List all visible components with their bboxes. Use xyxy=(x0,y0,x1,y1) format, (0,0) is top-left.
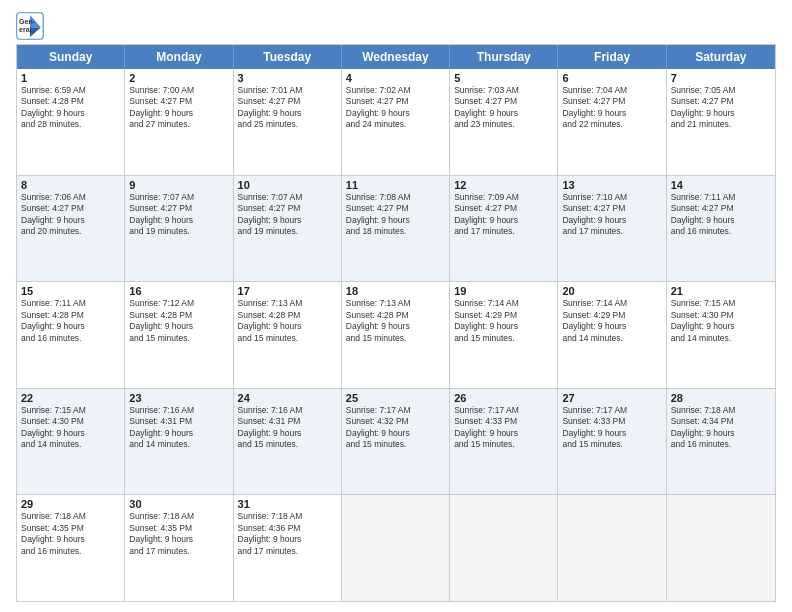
cell-details: Sunrise: 7:03 AMSunset: 4:27 PMDaylight:… xyxy=(454,85,553,131)
day-number: 12 xyxy=(454,179,553,191)
day-number: 27 xyxy=(562,392,661,404)
day-number: 5 xyxy=(454,72,553,84)
day-number: 18 xyxy=(346,285,445,297)
calendar-cell: 2Sunrise: 7:00 AMSunset: 4:27 PMDaylight… xyxy=(125,69,233,175)
cell-details: Sunrise: 7:11 AMSunset: 4:28 PMDaylight:… xyxy=(21,298,120,344)
page: Gen- eral SundayMondayTuesdayWednesdayTh… xyxy=(0,0,792,612)
calendar-cell: 28Sunrise: 7:18 AMSunset: 4:34 PMDayligh… xyxy=(667,389,775,495)
cell-details: Sunrise: 7:13 AMSunset: 4:28 PMDaylight:… xyxy=(238,298,337,344)
calendar-cell: 31Sunrise: 7:18 AMSunset: 4:36 PMDayligh… xyxy=(234,495,342,601)
cell-details: Sunrise: 7:14 AMSunset: 4:29 PMDaylight:… xyxy=(562,298,661,344)
day-number: 21 xyxy=(671,285,771,297)
calendar-cell: 8Sunrise: 7:06 AMSunset: 4:27 PMDaylight… xyxy=(17,176,125,282)
calendar-cell: 6Sunrise: 7:04 AMSunset: 4:27 PMDaylight… xyxy=(558,69,666,175)
cell-details: Sunrise: 7:02 AMSunset: 4:27 PMDaylight:… xyxy=(346,85,445,131)
cell-details: Sunrise: 7:18 AMSunset: 4:35 PMDaylight:… xyxy=(129,511,228,557)
calendar-row: 8Sunrise: 7:06 AMSunset: 4:27 PMDaylight… xyxy=(17,176,775,283)
empty-cell xyxy=(667,495,775,601)
day-number: 23 xyxy=(129,392,228,404)
cell-details: Sunrise: 7:04 AMSunset: 4:27 PMDaylight:… xyxy=(562,85,661,131)
day-number: 9 xyxy=(129,179,228,191)
cell-details: Sunrise: 7:08 AMSunset: 4:27 PMDaylight:… xyxy=(346,192,445,238)
calendar-cell: 12Sunrise: 7:09 AMSunset: 4:27 PMDayligh… xyxy=(450,176,558,282)
calendar-cell: 14Sunrise: 7:11 AMSunset: 4:27 PMDayligh… xyxy=(667,176,775,282)
day-number: 3 xyxy=(238,72,337,84)
calendar-row: 15Sunrise: 7:11 AMSunset: 4:28 PMDayligh… xyxy=(17,282,775,389)
calendar-cell: 17Sunrise: 7:13 AMSunset: 4:28 PMDayligh… xyxy=(234,282,342,388)
day-number: 6 xyxy=(562,72,661,84)
calendar-cell: 19Sunrise: 7:14 AMSunset: 4:29 PMDayligh… xyxy=(450,282,558,388)
svg-text:Gen-: Gen- xyxy=(19,18,36,25)
weekday-header: Sunday xyxy=(17,45,125,69)
cell-details: Sunrise: 7:01 AMSunset: 4:27 PMDaylight:… xyxy=(238,85,337,131)
calendar-cell: 26Sunrise: 7:17 AMSunset: 4:33 PMDayligh… xyxy=(450,389,558,495)
cell-details: Sunrise: 7:13 AMSunset: 4:28 PMDaylight:… xyxy=(346,298,445,344)
day-number: 22 xyxy=(21,392,120,404)
weekday-header: Wednesday xyxy=(342,45,450,69)
calendar-cell: 9Sunrise: 7:07 AMSunset: 4:27 PMDaylight… xyxy=(125,176,233,282)
calendar-cell: 30Sunrise: 7:18 AMSunset: 4:35 PMDayligh… xyxy=(125,495,233,601)
calendar-body: 1Sunrise: 6:59 AMSunset: 4:28 PMDaylight… xyxy=(17,69,775,601)
empty-cell xyxy=(450,495,558,601)
weekday-header: Saturday xyxy=(667,45,775,69)
cell-details: Sunrise: 7:10 AMSunset: 4:27 PMDaylight:… xyxy=(562,192,661,238)
cell-details: Sunrise: 7:00 AMSunset: 4:27 PMDaylight:… xyxy=(129,85,228,131)
cell-details: Sunrise: 7:05 AMSunset: 4:27 PMDaylight:… xyxy=(671,85,771,131)
cell-details: Sunrise: 7:17 AMSunset: 4:33 PMDaylight:… xyxy=(454,405,553,451)
cell-details: Sunrise: 7:09 AMSunset: 4:27 PMDaylight:… xyxy=(454,192,553,238)
day-number: 26 xyxy=(454,392,553,404)
calendar-cell: 22Sunrise: 7:15 AMSunset: 4:30 PMDayligh… xyxy=(17,389,125,495)
day-number: 2 xyxy=(129,72,228,84)
calendar-header: SundayMondayTuesdayWednesdayThursdayFrid… xyxy=(17,45,775,69)
day-number: 25 xyxy=(346,392,445,404)
empty-cell xyxy=(342,495,450,601)
day-number: 14 xyxy=(671,179,771,191)
day-number: 16 xyxy=(129,285,228,297)
calendar-cell: 18Sunrise: 7:13 AMSunset: 4:28 PMDayligh… xyxy=(342,282,450,388)
cell-details: Sunrise: 7:07 AMSunset: 4:27 PMDaylight:… xyxy=(129,192,228,238)
cell-details: Sunrise: 7:06 AMSunset: 4:27 PMDaylight:… xyxy=(21,192,120,238)
calendar-cell: 3Sunrise: 7:01 AMSunset: 4:27 PMDaylight… xyxy=(234,69,342,175)
weekday-header: Monday xyxy=(125,45,233,69)
weekday-header: Tuesday xyxy=(234,45,342,69)
calendar-row: 29Sunrise: 7:18 AMSunset: 4:35 PMDayligh… xyxy=(17,495,775,601)
calendar-row: 1Sunrise: 6:59 AMSunset: 4:28 PMDaylight… xyxy=(17,69,775,176)
empty-cell xyxy=(558,495,666,601)
day-number: 1 xyxy=(21,72,120,84)
day-number: 8 xyxy=(21,179,120,191)
calendar-cell: 11Sunrise: 7:08 AMSunset: 4:27 PMDayligh… xyxy=(342,176,450,282)
day-number: 19 xyxy=(454,285,553,297)
calendar-cell: 16Sunrise: 7:12 AMSunset: 4:28 PMDayligh… xyxy=(125,282,233,388)
calendar-cell: 4Sunrise: 7:02 AMSunset: 4:27 PMDaylight… xyxy=(342,69,450,175)
logo: Gen- eral xyxy=(16,12,48,40)
cell-details: Sunrise: 6:59 AMSunset: 4:28 PMDaylight:… xyxy=(21,85,120,131)
calendar-row: 22Sunrise: 7:15 AMSunset: 4:30 PMDayligh… xyxy=(17,389,775,496)
cell-details: Sunrise: 7:17 AMSunset: 4:32 PMDaylight:… xyxy=(346,405,445,451)
weekday-header: Friday xyxy=(558,45,666,69)
calendar-cell: 20Sunrise: 7:14 AMSunset: 4:29 PMDayligh… xyxy=(558,282,666,388)
cell-details: Sunrise: 7:18 AMSunset: 4:36 PMDaylight:… xyxy=(238,511,337,557)
calendar-cell: 15Sunrise: 7:11 AMSunset: 4:28 PMDayligh… xyxy=(17,282,125,388)
cell-details: Sunrise: 7:14 AMSunset: 4:29 PMDaylight:… xyxy=(454,298,553,344)
calendar-cell: 13Sunrise: 7:10 AMSunset: 4:27 PMDayligh… xyxy=(558,176,666,282)
day-number: 7 xyxy=(671,72,771,84)
day-number: 28 xyxy=(671,392,771,404)
cell-details: Sunrise: 7:15 AMSunset: 4:30 PMDaylight:… xyxy=(21,405,120,451)
calendar-cell: 29Sunrise: 7:18 AMSunset: 4:35 PMDayligh… xyxy=(17,495,125,601)
weekday-header: Thursday xyxy=(450,45,558,69)
cell-details: Sunrise: 7:07 AMSunset: 4:27 PMDaylight:… xyxy=(238,192,337,238)
calendar-cell: 27Sunrise: 7:17 AMSunset: 4:33 PMDayligh… xyxy=(558,389,666,495)
calendar-cell: 7Sunrise: 7:05 AMSunset: 4:27 PMDaylight… xyxy=(667,69,775,175)
day-number: 30 xyxy=(129,498,228,510)
day-number: 17 xyxy=(238,285,337,297)
day-number: 15 xyxy=(21,285,120,297)
cell-details: Sunrise: 7:15 AMSunset: 4:30 PMDaylight:… xyxy=(671,298,771,344)
header: Gen- eral xyxy=(16,12,776,40)
calendar: SundayMondayTuesdayWednesdayThursdayFrid… xyxy=(16,44,776,602)
day-number: 11 xyxy=(346,179,445,191)
calendar-cell: 24Sunrise: 7:16 AMSunset: 4:31 PMDayligh… xyxy=(234,389,342,495)
day-number: 20 xyxy=(562,285,661,297)
calendar-cell: 23Sunrise: 7:16 AMSunset: 4:31 PMDayligh… xyxy=(125,389,233,495)
cell-details: Sunrise: 7:17 AMSunset: 4:33 PMDaylight:… xyxy=(562,405,661,451)
day-number: 29 xyxy=(21,498,120,510)
